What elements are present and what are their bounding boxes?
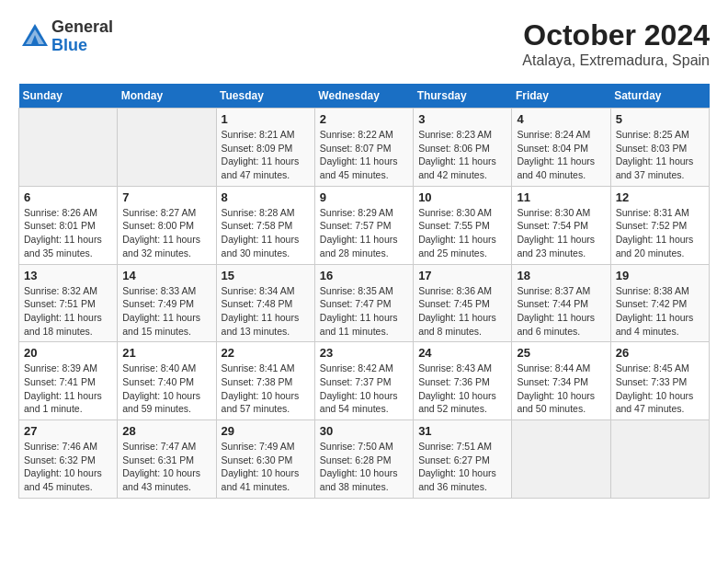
title-block: October 2024 Atalaya, Extremadura, Spain: [522, 18, 710, 69]
day-info: Sunrise: 8:27 AM Sunset: 8:00 PM Dayligh…: [122, 206, 210, 260]
day-info: Sunrise: 8:33 AM Sunset: 7:49 PM Dayligh…: [122, 284, 210, 339]
day-info: Sunrise: 8:23 AM Sunset: 8:06 PM Dayligh…: [418, 128, 506, 182]
day-info: Sunrise: 8:43 AM Sunset: 7:36 PM Dayligh…: [418, 362, 506, 416]
day-number: 30: [320, 424, 408, 438]
day-info: Sunrise: 7:51 AM Sunset: 6:27 PM Dayligh…: [418, 440, 506, 494]
day-number: 25: [517, 346, 605, 360]
day-number: 4: [517, 112, 605, 126]
day-number: 5: [616, 112, 704, 126]
day-info: Sunrise: 8:39 AM Sunset: 7:41 PM Dayligh…: [24, 362, 112, 416]
day-info: Sunrise: 8:45 AM Sunset: 7:33 PM Dayligh…: [616, 362, 704, 416]
calendar-cell: 22Sunrise: 8:41 AM Sunset: 7:38 PM Dayli…: [216, 342, 314, 420]
day-number: 24: [418, 346, 506, 360]
calendar-cell: 28Sunrise: 7:47 AM Sunset: 6:31 PM Dayli…: [118, 420, 216, 499]
calendar-cell: 25Sunrise: 8:44 AM Sunset: 7:34 PM Dayli…: [512, 342, 610, 420]
day-number: 31: [418, 424, 506, 438]
calendar-cell: 4Sunrise: 8:24 AM Sunset: 8:04 PM Daylig…: [512, 109, 610, 187]
day-info: Sunrise: 8:41 AM Sunset: 7:38 PM Dayligh…: [222, 362, 310, 416]
day-info: Sunrise: 8:32 AM Sunset: 7:51 PM Dayligh…: [24, 284, 112, 339]
calendar-cell: 17Sunrise: 8:36 AM Sunset: 7:45 PM Dayli…: [414, 264, 512, 342]
day-info: Sunrise: 8:44 AM Sunset: 7:34 PM Dayligh…: [517, 362, 605, 416]
calendar-cell: 14Sunrise: 8:33 AM Sunset: 7:49 PM Dayli…: [118, 264, 216, 342]
calendar-cell: 8Sunrise: 8:28 AM Sunset: 7:58 PM Daylig…: [216, 186, 314, 264]
logo: General Blue: [18, 18, 113, 55]
calendar-cell: [610, 420, 709, 499]
day-number: 7: [122, 190, 210, 204]
day-info: Sunrise: 8:38 AM Sunset: 7:42 PM Dayligh…: [616, 284, 704, 339]
calendar-cell: 24Sunrise: 8:43 AM Sunset: 7:36 PM Dayli…: [414, 342, 512, 420]
day-info: Sunrise: 8:25 AM Sunset: 8:03 PM Dayligh…: [616, 128, 704, 182]
day-info: Sunrise: 8:34 AM Sunset: 7:48 PM Dayligh…: [222, 284, 310, 339]
logo-blue: Blue: [51, 37, 113, 55]
calendar-cell: 30Sunrise: 7:50 AM Sunset: 6:28 PM Dayli…: [314, 420, 413, 499]
calendar-table: SundayMondayTuesdayWednesdayThursdayFrid…: [18, 84, 710, 499]
logo-icon: [18, 20, 51, 53]
day-info: Sunrise: 8:24 AM Sunset: 8:04 PM Dayligh…: [517, 128, 605, 182]
calendar-cell: 12Sunrise: 8:31 AM Sunset: 7:52 PM Dayli…: [610, 186, 709, 264]
day-number: 11: [517, 190, 605, 204]
calendar-cell: 15Sunrise: 8:34 AM Sunset: 7:48 PM Dayli…: [216, 264, 314, 342]
day-info: Sunrise: 8:21 AM Sunset: 8:09 PM Dayligh…: [222, 128, 310, 182]
calendar-cell: 31Sunrise: 7:51 AM Sunset: 6:27 PM Dayli…: [414, 420, 512, 499]
week-row-1: 1Sunrise: 8:21 AM Sunset: 8:09 PM Daylig…: [19, 109, 710, 187]
day-number: 8: [222, 190, 310, 204]
calendar-cell: 2Sunrise: 8:22 AM Sunset: 8:07 PM Daylig…: [314, 109, 413, 187]
day-number: 15: [222, 269, 310, 282]
column-header-wednesday: Wednesday: [314, 84, 413, 109]
day-info: Sunrise: 8:36 AM Sunset: 7:45 PM Dayligh…: [418, 284, 506, 339]
calendar-cell: 6Sunrise: 8:26 AM Sunset: 8:01 PM Daylig…: [19, 186, 118, 264]
calendar-cell: 19Sunrise: 8:38 AM Sunset: 7:42 PM Dayli…: [610, 264, 709, 342]
day-number: 18: [517, 269, 605, 282]
day-number: 28: [122, 424, 210, 438]
column-header-tuesday: Tuesday: [216, 84, 314, 109]
day-info: Sunrise: 8:35 AM Sunset: 7:47 PM Dayligh…: [320, 284, 408, 339]
calendar-cell: 21Sunrise: 8:40 AM Sunset: 7:40 PM Dayli…: [118, 342, 216, 420]
day-number: 1: [222, 112, 310, 126]
day-number: 23: [320, 346, 408, 360]
calendar-cell: 3Sunrise: 8:23 AM Sunset: 8:06 PM Daylig…: [414, 109, 512, 187]
column-header-sunday: Sunday: [19, 84, 118, 109]
column-header-thursday: Thursday: [414, 84, 512, 109]
day-info: Sunrise: 8:29 AM Sunset: 7:57 PM Dayligh…: [320, 206, 408, 260]
calendar-cell: 1Sunrise: 8:21 AM Sunset: 8:09 PM Daylig…: [216, 109, 314, 187]
column-header-monday: Monday: [118, 84, 216, 109]
day-number: 29: [222, 424, 310, 438]
day-number: 14: [122, 269, 210, 282]
calendar-cell: 7Sunrise: 8:27 AM Sunset: 8:00 PM Daylig…: [118, 186, 216, 264]
day-info: Sunrise: 8:28 AM Sunset: 7:58 PM Dayligh…: [222, 206, 310, 260]
day-info: Sunrise: 7:50 AM Sunset: 6:28 PM Dayligh…: [320, 440, 408, 494]
day-number: 16: [320, 269, 408, 282]
day-info: Sunrise: 8:26 AM Sunset: 8:01 PM Dayligh…: [24, 206, 112, 260]
month-title: October 2024: [522, 18, 710, 52]
day-number: 9: [320, 190, 408, 204]
day-number: 20: [24, 346, 112, 360]
logo-general: General: [51, 18, 113, 37]
day-number: 6: [24, 190, 112, 204]
calendar-cell: [512, 420, 610, 499]
day-number: 26: [616, 346, 704, 360]
calendar-cell: [118, 109, 216, 187]
day-number: 27: [24, 424, 112, 438]
day-number: 13: [24, 269, 112, 282]
calendar-cell: 23Sunrise: 8:42 AM Sunset: 7:37 PM Dayli…: [314, 342, 413, 420]
day-number: 10: [418, 190, 506, 204]
calendar-cell: [19, 109, 118, 187]
day-number: 19: [616, 269, 704, 282]
day-info: Sunrise: 7:47 AM Sunset: 6:31 PM Dayligh…: [122, 440, 210, 494]
calendar-cell: 9Sunrise: 8:29 AM Sunset: 7:57 PM Daylig…: [314, 186, 413, 264]
calendar-cell: 16Sunrise: 8:35 AM Sunset: 7:47 PM Dayli…: [314, 264, 413, 342]
calendar-cell: 26Sunrise: 8:45 AM Sunset: 7:33 PM Dayli…: [610, 342, 709, 420]
calendar-cell: 10Sunrise: 8:30 AM Sunset: 7:55 PM Dayli…: [414, 186, 512, 264]
calendar-cell: 11Sunrise: 8:30 AM Sunset: 7:54 PM Dayli…: [512, 186, 610, 264]
calendar-cell: 20Sunrise: 8:39 AM Sunset: 7:41 PM Dayli…: [19, 342, 118, 420]
column-header-friday: Friday: [512, 84, 610, 109]
day-number: 2: [320, 112, 408, 126]
day-info: Sunrise: 8:30 AM Sunset: 7:55 PM Dayligh…: [418, 206, 506, 260]
day-info: Sunrise: 8:42 AM Sunset: 7:37 PM Dayligh…: [320, 362, 408, 416]
day-info: Sunrise: 8:22 AM Sunset: 8:07 PM Dayligh…: [320, 128, 408, 182]
calendar-cell: 5Sunrise: 8:25 AM Sunset: 8:03 PM Daylig…: [610, 109, 709, 187]
day-number: 3: [418, 112, 506, 126]
week-row-4: 20Sunrise: 8:39 AM Sunset: 7:41 PM Dayli…: [19, 342, 710, 420]
calendar-cell: 27Sunrise: 7:46 AM Sunset: 6:32 PM Dayli…: [19, 420, 118, 499]
logo-text: General Blue: [51, 18, 113, 55]
